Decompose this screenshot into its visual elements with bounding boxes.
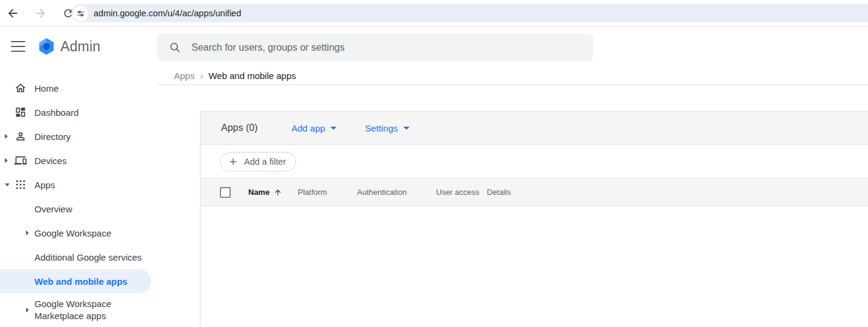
sort-ascending-icon <box>274 188 282 197</box>
url-text: admin.google.com/u/4/ac/apps/unified <box>94 8 241 18</box>
apps-list-panel: Apps (0) Add app Settings Add a filter N… <box>200 111 868 327</box>
column-header-user-access[interactable]: User access <box>436 188 487 197</box>
sidebar-item-gw-marketplace-apps[interactable]: Google Workspace Marketplace apps <box>0 293 157 327</box>
select-all-checkbox[interactable] <box>220 187 231 198</box>
breadcrumb-current-page: Web and mobile apps <box>208 71 296 81</box>
apps-count-title: Apps (0) <box>221 122 257 133</box>
breadcrumb: Apps › Web and mobile apps <box>157 66 868 85</box>
sidebar-item-directory[interactable]: Directory <box>0 124 157 148</box>
site-settings-chip[interactable] <box>73 6 88 21</box>
product-name: Admin <box>60 39 100 55</box>
home-icon <box>14 82 27 94</box>
admin-search-bar[interactable] <box>157 34 593 61</box>
search-input[interactable] <box>191 42 566 53</box>
devices-icon <box>14 154 27 167</box>
google-admin-hexagon-icon <box>37 37 56 56</box>
apps-toolbar: Apps (0) Add app Settings <box>201 112 868 145</box>
plus-icon <box>228 156 239 167</box>
filter-row: Add a filter <box>201 145 868 179</box>
expand-right-icon[interactable] <box>5 158 8 163</box>
column-header-authentication[interactable]: Authentication <box>357 188 436 197</box>
search-icon <box>169 42 181 54</box>
sidebar-item-devices[interactable]: Devices <box>0 148 157 173</box>
main-menu-button[interactable] <box>11 40 25 52</box>
breadcrumb-apps-link[interactable]: Apps <box>174 71 194 81</box>
hamburger-icon <box>11 41 25 42</box>
sidebar-item-home[interactable]: Home <box>0 76 157 100</box>
dashboard-icon <box>14 106 27 118</box>
browser-back-button[interactable] <box>2 3 23 24</box>
column-header-details[interactable]: Details <box>487 188 511 197</box>
sidebar-nav: Home Dashboard Directory Devices Apps <box>0 76 157 327</box>
dropdown-arrow-icon <box>403 127 410 130</box>
person-icon <box>14 130 27 142</box>
chevron-right-icon: › <box>200 71 203 81</box>
sidebar-item-overview[interactable]: Overview <box>0 197 157 221</box>
add-filter-chip[interactable]: Add a filter <box>220 152 296 171</box>
admin-logo[interactable]: Admin <box>37 37 100 56</box>
back-arrow-icon <box>6 7 19 20</box>
dropdown-arrow-icon <box>330 127 336 130</box>
apps-grid-icon <box>14 179 27 191</box>
expand-right-icon[interactable] <box>26 230 29 235</box>
expand-right-icon[interactable] <box>5 134 8 139</box>
browser-forward-button[interactable] <box>30 3 51 24</box>
sidebar-item-google-workspace[interactable]: Google Workspace <box>0 221 157 245</box>
sidebar-item-dashboard[interactable]: Dashboard <box>0 100 157 124</box>
forward-arrow-icon <box>34 7 47 20</box>
add-app-button[interactable]: Add app <box>291 123 336 133</box>
admin-console-header: Admin <box>0 27 868 66</box>
sidebar-item-additional-google-services[interactable]: Additional Google services <box>0 245 157 269</box>
sidebar-item-apps[interactable]: Apps <box>0 173 157 197</box>
browser-toolbar: admin.google.com/u/4/ac/apps/unified <box>0 0 868 27</box>
expand-right-icon[interactable] <box>26 308 29 313</box>
expand-down-icon[interactable] <box>5 183 10 186</box>
sidebar-item-web-and-mobile-apps[interactable]: Web and mobile apps <box>0 269 151 293</box>
column-header-platform[interactable]: Platform <box>298 188 357 197</box>
tune-icon <box>76 9 85 18</box>
address-bar[interactable]: admin.google.com/u/4/ac/apps/unified <box>71 4 868 22</box>
column-header-name[interactable]: Name <box>248 188 298 197</box>
apps-table-header: Name Platform Authentication User access… <box>201 179 868 206</box>
settings-button[interactable]: Settings <box>365 123 409 133</box>
